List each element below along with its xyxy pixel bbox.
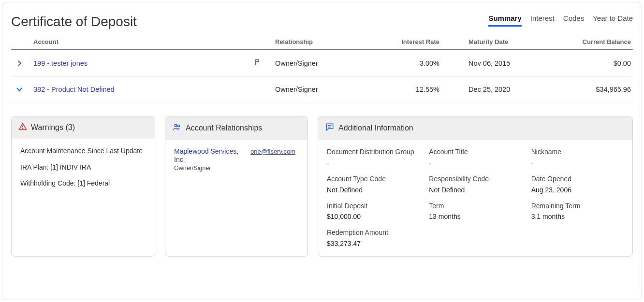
info-field: Nickname - (531, 147, 624, 168)
balance-cell: $34,965.96 (556, 86, 633, 93)
info-label: Document Distribution Group (327, 147, 419, 157)
col-header-relationship: Relationship (275, 38, 367, 45)
info-value: $10,000.00 (327, 212, 419, 221)
warning-item: Account Maintenance Since Last Update (20, 146, 146, 156)
chevron-down-icon (16, 86, 23, 92)
page-title: Certificate of Deposit (11, 14, 137, 29)
warnings-card-header: Warnings (3) (12, 116, 155, 139)
additional-info-card-header: Additional Information (318, 116, 632, 140)
relationship-entry: Maplewood Services, Inc. Owner/Signer on… (174, 147, 299, 172)
account-cell: 382 - Product Not Defined (28, 86, 275, 93)
chevron-right-icon (16, 60, 22, 66)
tab-interest[interactable]: Interest (530, 14, 555, 27)
account-link[interactable]: 199 - tester jones (33, 59, 88, 67)
col-header-balance: Current Balance (556, 38, 633, 45)
info-field: Remaining Term 3.1 months (531, 201, 624, 222)
tab-codes[interactable]: Codes (563, 14, 584, 27)
warnings-card: Warnings (3) Account Maintenance Since L… (11, 116, 155, 257)
info-value: - (429, 158, 521, 168)
info-label: Initial Deposit (327, 201, 419, 211)
maturity-cell: Nov 06, 2015 (459, 59, 556, 67)
relationship-email[interactable]: one@fiserv.com (250, 148, 295, 155)
info-value: 3.1 months (531, 212, 624, 221)
detail-cards: Warnings (3) Account Maintenance Since L… (11, 116, 633, 257)
info-field: Responsibility Code Not Defined (429, 174, 521, 195)
warning-item: Withholding Code: [1] Federal (20, 179, 146, 188)
additional-info-card-body: Document Distribution Group - Account Ti… (318, 140, 632, 256)
info-field: Term 13 months (429, 201, 521, 222)
relationship-role: Owner/Signer (174, 165, 244, 172)
col-header-account: Account (28, 38, 275, 45)
warnings-card-body: Account Maintenance Since Last Update IR… (12, 139, 155, 256)
relationships-card-title: Account Relationships (186, 124, 262, 132)
col-header-rate: Interest Rate (367, 38, 459, 45)
flag-icon[interactable] (254, 58, 262, 68)
info-value: - (531, 158, 624, 168)
rate-cell: 12.55% (367, 86, 459, 93)
people-icon (172, 122, 182, 134)
info-label: Redemption Amount (327, 228, 419, 237)
info-label: Nickname (531, 147, 624, 157)
info-label: Term (429, 201, 521, 211)
certificate-of-deposit-panel: Certificate of Deposit Summary Interest … (2, 2, 642, 300)
info-field: Redemption Amount $33,273.47 (327, 228, 419, 248)
info-value: - (327, 158, 419, 168)
info-label: Date Opened (531, 174, 624, 184)
warning-item: IRA Plan: [1] INDIV IRA (20, 163, 146, 173)
info-label: Responsibility Code (429, 174, 521, 184)
header-row: Certificate of Deposit Summary Interest … (11, 14, 633, 29)
chat-icon (325, 122, 335, 134)
col-header-maturity: Maturity Date (459, 38, 556, 45)
info-field: Date Opened Aug 23, 2006 (531, 174, 624, 195)
rate-cell: 3.00% (367, 59, 459, 67)
additional-info-card-title: Additional Information (338, 124, 413, 132)
account-cell: 199 - tester jones (28, 58, 275, 68)
relationship-cell: Owner/Signer (275, 59, 367, 67)
info-field: Account Type Code Not Defined (327, 174, 419, 195)
tab-year-to-date[interactable]: Year to Date (593, 14, 633, 27)
warnings-card-title: Warnings (3) (31, 123, 75, 132)
svg-point-1 (22, 128, 23, 129)
info-value: Aug 23, 2006 (531, 186, 624, 195)
warning-icon (18, 122, 27, 133)
info-value: Not Defined (327, 186, 419, 195)
info-label: Remaining Term (531, 201, 624, 211)
additional-info-card: Additional Information Document Distribu… (318, 116, 633, 257)
info-field: Initial Deposit $10,000.00 (327, 201, 419, 222)
table-header: Account Relationship Interest Rate Matur… (11, 38, 633, 50)
info-label: Account Type Code (327, 174, 419, 184)
info-value: Not Defined (429, 186, 521, 195)
row-expander[interactable] (11, 86, 28, 92)
tabs: Summary Interest Codes Year to Date (488, 14, 633, 27)
tab-summary[interactable]: Summary (488, 14, 521, 27)
account-link[interactable]: 382 - Product Not Defined (33, 86, 115, 93)
info-value: 13 months (429, 212, 521, 221)
balance-cell: $0.00 (556, 59, 633, 67)
relationship-cell: Owner/Signer (275, 86, 367, 93)
relationships-card-header: Account Relationships (165, 116, 307, 140)
svg-point-3 (177, 125, 179, 127)
relationship-name[interactable]: Maplewood Services, Inc. (174, 147, 244, 164)
svg-point-2 (175, 124, 177, 127)
row-expander[interactable] (11, 60, 28, 66)
table-row: 382 - Product Not Defined Owner/Signer 1… (11, 77, 633, 102)
relationships-card: Account Relationships Maplewood Services… (165, 116, 308, 257)
maturity-cell: Dec 25, 2020 (459, 86, 556, 93)
table-row: 199 - tester jones Owner/Signer 3.00% No… (11, 50, 633, 77)
relationships-card-body: Maplewood Services, Inc. Owner/Signer on… (165, 140, 307, 256)
info-field: Document Distribution Group - (327, 147, 419, 168)
info-field: Account Title - (429, 147, 521, 168)
info-label: Account Title (429, 147, 521, 157)
info-value: $33,273.47 (327, 239, 419, 248)
